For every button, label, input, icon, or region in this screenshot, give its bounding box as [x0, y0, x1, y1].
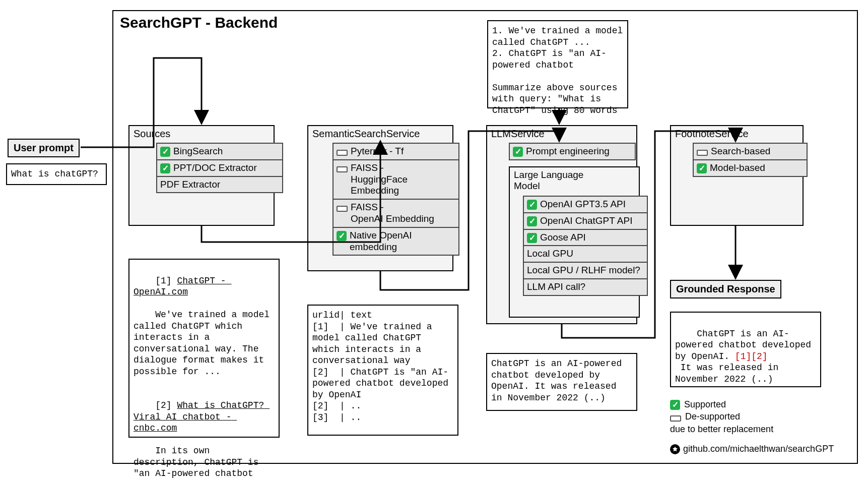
diagram-stage: SearchGPT - Backend User prompt What is …: [0, 0, 868, 478]
sources-output: [1] ChatGPT - OpenAI.com We've trained a…: [128, 259, 280, 438]
legend-note: due to better replacement: [670, 423, 773, 435]
option-label: OpenAI ChatGPT API: [540, 215, 644, 227]
github-icon: [670, 444, 680, 454]
option-item: FAISS - OpenAI Embedding: [333, 200, 458, 228]
option-item: OpenAI ChatGPT API: [524, 213, 647, 230]
llm-model-options: OpenAI GPT3.5 APIOpenAI ChatGPT APIGoose…: [523, 196, 648, 296]
option-item: BingSearch: [157, 144, 282, 160]
sources-title: Sources: [133, 128, 170, 140]
check-icon: [513, 147, 523, 157]
check-icon: [160, 163, 170, 173]
legend-supported: Supported: [684, 398, 726, 410]
semantic-options: Pyterrier - TfFAISS - HuggingFace Embedd…: [332, 143, 459, 256]
option-label: Pyterrier - Tf: [351, 146, 455, 157]
option-item: Native OpenAI embedding: [333, 228, 458, 255]
footnote-title: FootnoteService: [675, 128, 749, 140]
llm-prompt-engineering-text: 1. We've trained a model called ChatGPT …: [487, 20, 628, 108]
option-item: Local GPU / RLHF model?: [524, 263, 647, 279]
option-label: Model-based: [710, 162, 804, 174]
footnote-options: Search-basedModel-based: [693, 143, 808, 177]
option-label: Local GPU / RLHF model?: [527, 265, 644, 276]
option-item: FAISS - HuggingFace Embedding: [333, 160, 458, 200]
llm-prompt-eng: Prompt engineering: [509, 143, 636, 160]
option-label: Goose API: [540, 232, 644, 244]
option-label: LLM API call?: [527, 281, 644, 293]
minus-icon: [337, 166, 348, 172]
option-item: Model-based: [694, 160, 807, 176]
legend-desupported: De-supported: [685, 410, 740, 423]
check-icon: [697, 163, 707, 173]
option-item: LLM API call?: [524, 279, 647, 295]
user-prompt-text: What is chatGPT?: [6, 163, 107, 185]
option-label: PPT/DOC Extractor: [173, 162, 279, 174]
minus-icon: [337, 150, 348, 156]
check-icon: [337, 231, 347, 241]
option-item: Search-based: [694, 144, 807, 160]
check-icon: [527, 200, 537, 210]
option-item: Goose API: [524, 230, 647, 247]
check-icon: [527, 233, 537, 243]
check-icon: [670, 400, 680, 410]
grounded-output: ChatGPT is an AI-powered chatbot develop…: [670, 312, 821, 387]
option-item: PPT/DOC Extractor: [157, 160, 282, 177]
option-item: PDF Extractor: [157, 177, 282, 193]
option-item: Local GPU: [524, 246, 647, 263]
minus-icon: [697, 150, 708, 156]
option-item: OpenAI GPT3.5 API: [524, 197, 647, 213]
option-label: PDF Extractor: [160, 179, 279, 191]
minus-icon: [337, 206, 348, 212]
check-icon: [160, 147, 170, 157]
github-link[interactable]: github.com/michaelthwan/searchGPT: [670, 444, 834, 454]
user-prompt-box: User prompt: [8, 139, 80, 157]
semantic-output: urlid| text [1] | We've trained a model …: [307, 305, 458, 436]
option-label: FAISS - HuggingFace Embedding: [351, 162, 455, 197]
sources-options: BingSearchPPT/DOC ExtractorPDF Extractor: [156, 143, 283, 193]
option-label: Search-based: [711, 146, 804, 157]
llm-title: LLMService: [491, 128, 545, 140]
diagram-title: SearchGPT - Backend: [120, 14, 278, 31]
minus-icon: [670, 415, 681, 422]
option-item: Prompt engineering: [510, 144, 635, 159]
grounded-response-box: Grounded Response: [670, 280, 781, 298]
option-label: OpenAI GPT3.5 API: [540, 199, 644, 210]
option-label: Native OpenAI embedding: [350, 230, 455, 253]
semantic-title: SemanticSearchService: [312, 128, 420, 140]
option-label: FAISS - OpenAI Embedding: [351, 202, 455, 225]
legend: Supported De-supported due to better rep…: [670, 398, 773, 435]
llm-output: ChatGPT is an AI-powered chatbot develop…: [486, 353, 637, 411]
option-label: Prompt engineering: [526, 146, 632, 157]
option-label: BingSearch: [173, 146, 279, 157]
llm-inner-title: Large Language Model: [514, 169, 583, 192]
check-icon: [527, 216, 537, 226]
option-label: Local GPU: [527, 248, 644, 260]
option-item: Pyterrier - Tf: [333, 144, 458, 160]
